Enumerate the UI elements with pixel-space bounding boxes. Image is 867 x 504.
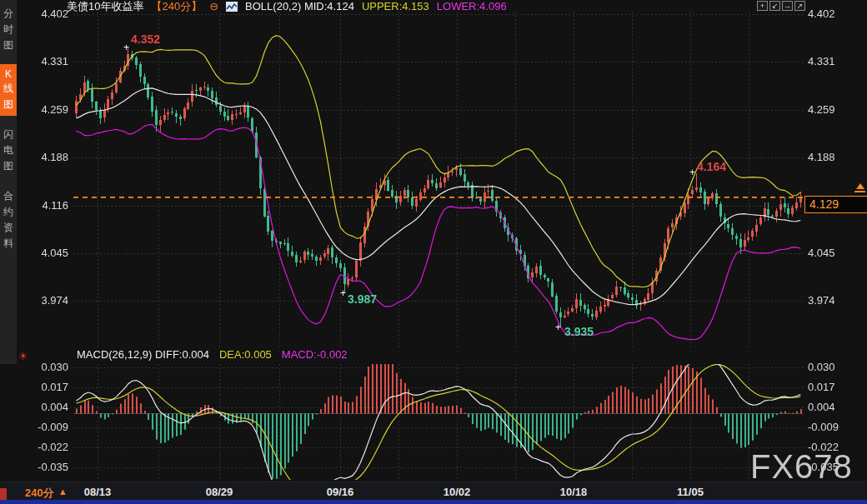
price-tick-left: 4.188 [17, 151, 68, 164]
price-tick-left: 4.116 [17, 199, 68, 212]
macd-name-and-diff: MACD(26,12,9) DIFF:0.004 [77, 348, 209, 361]
scroll-right-icon[interactable]: → [782, 1, 793, 11]
macd-tick-left: 0.017 [17, 381, 68, 394]
x-tick-label: 10/18 [560, 486, 588, 498]
alert-sun-icon[interactable]: ☀ [18, 350, 28, 362]
x-tick-label: 08/13 [84, 486, 112, 498]
period-label: 【240分】 [151, 0, 202, 14]
sidebar-chart-type-tabs: 分时图K线图闪电图合约资料 [0, 0, 17, 364]
price-tick-right: 4.045 [808, 247, 863, 260]
collapse-icon[interactable]: ⊖ [209, 0, 218, 12]
extreme-marker-icon: + [689, 168, 695, 177]
macd-tick-left: -0.009 [17, 421, 68, 434]
extreme-marker-icon: + [123, 43, 129, 52]
price-tick-right: 4.188 [808, 151, 863, 164]
price-marker-arrow-icon [856, 183, 864, 189]
time-axis-bar [0, 482, 867, 501]
price-tick-right: 3.974 [808, 294, 863, 307]
macd-tick-right: 0.017 [808, 381, 863, 394]
macd-header: MACD(26,12,9) DIFF:0.004 DEA:0.005 MACD:… [77, 348, 348, 361]
timeframe-selector[interactable]: 240分 [25, 486, 54, 501]
chart-header: 美债10年收益率 【240分】 ⊖ BOLL(20,2) MID:4.124 U… [67, 0, 507, 12]
x-tick-label: 08/29 [206, 486, 233, 498]
macd-tick-left: -0.022 [17, 441, 68, 454]
macd-tick-left: -0.035 [17, 461, 68, 474]
chart-toolbar: + ↙ → ↗ [757, 1, 805, 11]
trading-chart-window: 分时图K线图闪电图合约资料 美债10年收益率 【240分】 ⊖ BOLL(20,… [0, 0, 867, 504]
pan-crosshair-icon[interactable]: + [757, 1, 768, 11]
kline-mini-icon[interactable] [226, 2, 238, 12]
price-tick-left: 4.045 [17, 247, 68, 260]
macd-tick-left: 0.030 [17, 361, 68, 374]
last-price-badge: 4.129 [804, 196, 867, 213]
corner-red-box [0, 488, 7, 501]
boll-mid-readout: BOLL(20,2) MID:4.124 [245, 0, 354, 12]
sidebar-tab-0[interactable]: 分时图 [0, 2, 17, 57]
macd-hist-readout: MACD:-0.002 [282, 348, 348, 361]
chart-canvas[interactable] [0, 0, 867, 504]
sidebar-tab-1[interactable]: K线图 [0, 64, 17, 116]
macd-tick-left: 0.004 [17, 401, 68, 414]
sidebar-tab-2[interactable]: 闪电图 [0, 123, 17, 177]
price-tick-right: 4.402 [808, 7, 863, 21]
macd-dea-readout: DEA:0.005 [219, 348, 272, 361]
price-tick-left: 4.402 [17, 7, 68, 21]
sidebar-tab-3[interactable]: 合约资料 [0, 185, 17, 255]
x-tick-label: 11/05 [677, 486, 704, 498]
price-tick-left: 4.331 [17, 55, 68, 68]
boll-upper-readout: UPPER:4.153 [362, 0, 429, 12]
price-tick-left: 3.974 [17, 294, 68, 307]
extreme-annotation: 4.352 [131, 33, 160, 45]
macd-tick-right: 0.030 [808, 361, 863, 374]
zoom-corner-left-icon[interactable]: ↙ [769, 1, 780, 11]
price-tick-right: 4.259 [808, 103, 863, 117]
price-marker-bar [854, 191, 865, 192]
boll-lower-readout: LOWER:4.096 [437, 0, 507, 12]
bottom-blue-strip [0, 500, 867, 504]
extreme-marker-icon: + [340, 289, 346, 297]
extreme-marker-icon: + [555, 323, 561, 332]
extreme-annotation: 3.935 [564, 326, 594, 337]
timeframe-arrow-icon[interactable]: ▲ [58, 487, 68, 497]
price-tick-right: 4.331 [808, 55, 863, 68]
x-tick-label: 10/02 [444, 486, 471, 498]
x-tick-label: 09/16 [327, 486, 354, 498]
macd-tick-right: 0.004 [808, 401, 863, 414]
macd-tick-right: -0.009 [808, 421, 863, 434]
price-tick-left: 4.259 [17, 103, 68, 117]
extreme-annotation: 3.987 [348, 293, 377, 305]
extreme-annotation: 4.164 [697, 161, 726, 172]
watermark: FX678 [750, 448, 853, 486]
instrument-title: 美债10年收益率 [67, 0, 143, 14]
zoom-corner-right-icon[interactable]: ↗ [794, 1, 805, 11]
